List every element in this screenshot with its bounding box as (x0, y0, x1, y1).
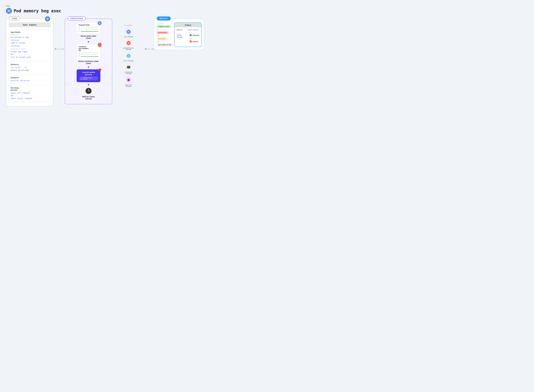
any-one-label: ANY ONE OF THESE (10, 48, 49, 50)
kill-chaos-row: Kill chaosprocess chaos kill command OR … (9, 85, 51, 102)
k8s-probe-icon (125, 28, 132, 36)
execution-badge: EXECUTION (68, 16, 86, 20)
prometheus-probe-label: PROMETHEUSPROBE (123, 47, 134, 50)
x-circle-icon (190, 40, 192, 43)
metrics-value: chaos metrics (187, 29, 198, 31)
probes-to-result-arrow (145, 48, 154, 50)
status-column: STATUS COMPLETED OR ERRORED OR QUEUED OR… (157, 23, 172, 47)
container-sandbox-title: Containerand sandboxIDs (79, 46, 98, 51)
probe-results-label: Probe Results (177, 34, 188, 38)
badge-completed: COMPLETED (157, 25, 171, 28)
c-checkbox-3 (79, 56, 80, 57)
probes-label: PROBES (112, 24, 145, 26)
or-text-2: OR (10, 95, 49, 97)
or-text-1: OR (10, 53, 49, 56)
step-launch-stress: Launch stressprocess 🔒 Privilege access … (67, 69, 110, 82)
app-details-row: App Details REQUIRED percentage of appre… (9, 30, 51, 60)
checkbox-3 (79, 31, 80, 32)
output-card: Output Metrics chaos metrics Probe Resul… (174, 23, 202, 47)
metrics-label: Metrics (177, 29, 186, 31)
output-header: Output (175, 23, 201, 27)
svg-point-36 (128, 32, 129, 32)
container-checkbox-2 (79, 54, 98, 55)
badge-incompleted: INCOMPLETED (157, 43, 173, 46)
step2-label: Derive containers underchaos (78, 60, 99, 65)
or-1: OR (157, 29, 172, 31)
probe-prometheus: PROMETHEUSPROBE (112, 39, 145, 50)
svg-point-34 (88, 91, 89, 91)
red-corner-badge (99, 69, 101, 71)
badge-errored: ERRORED (157, 31, 169, 34)
svg-point-11 (47, 19, 48, 19)
tune-helm-icon (45, 16, 50, 22)
app-details-item2: name of targetcontainer (10, 42, 49, 47)
svg-text:>_: >_ (127, 66, 129, 68)
mini-line-1 (81, 27, 98, 28)
container-sandbox-card: 🚀 Containerand sandboxIDs (77, 44, 100, 59)
sequence-label: Sequence (10, 77, 49, 79)
svg-point-47 (128, 43, 129, 43)
checkbox-1 (79, 27, 80, 28)
kill-chaos-label: Kill chaosprocess (10, 87, 49, 91)
list-target-pods: list of target pods (10, 56, 49, 59)
arrow-line-2 (146, 49, 154, 49)
probe-srm-slo: SRM SLOPROBE (112, 76, 145, 87)
svg-point-58 (190, 34, 192, 36)
http-probe-label: HTTP PROBE (124, 60, 134, 62)
failed-result: Failed (190, 40, 199, 43)
srm-probe-label: SRM SLOPROBE (125, 84, 132, 87)
targeted-pods-card: Targeted Pods (77, 23, 100, 34)
probe-k8s: K8S PROBE (112, 28, 145, 37)
launch-stress-title: Launch stressprocess (79, 71, 98, 76)
http-probe-icon (125, 52, 132, 60)
execution-section: EXECUTION (65, 19, 112, 104)
command-probe-label: COMMANDPROBE (125, 71, 133, 75)
checkbox-2 (79, 29, 80, 30)
container-checkbox-1 (79, 52, 98, 53)
fault-label: Fault (6, 5, 528, 7)
k8s-probe-label: K8S PROBE (124, 36, 133, 37)
step-targeted-pods: Targeted Pods Derive pods underchaos (67, 23, 110, 39)
card-checkbox-1 (79, 27, 98, 28)
metrics-row: Metrics chaos metrics (175, 27, 201, 33)
result-badge: RESULT (157, 16, 171, 20)
svg-point-1 (8, 10, 9, 11)
arrow-circle-1 (55, 48, 56, 50)
kill-chaos-item1: chaos kill command (10, 92, 49, 94)
card-checkbox-2 (79, 29, 98, 30)
result-content: STATUS COMPLETED OR ERRORED OR QUEUED OR… (157, 23, 202, 47)
privilege-badge: 🔒 Privilege access required (79, 76, 98, 80)
required-label: REQUIRED (10, 34, 49, 35)
app-details-label: App Details (10, 31, 49, 33)
lock-icon: 🔒 (80, 78, 82, 79)
c-checkbox-1 (79, 52, 80, 53)
mini-line-green (81, 31, 98, 32)
stressors-row: Stressors cpu cores , iomemory percentag… (9, 62, 51, 73)
tune-section: TUNE User Inputs App Details REQUIRED (6, 19, 53, 106)
clock-icon (85, 88, 92, 94)
step2-rocket-badge: 🚀 (98, 43, 102, 47)
step-wait-chaos: Wait for ChaosInterval (67, 87, 110, 100)
user-inputs-header: User Inputs (9, 23, 51, 27)
tune-to-execution-arrow (53, 48, 65, 50)
result-section: RESULT STATUS COMPLETED OR ERRORED OR QU… (154, 19, 204, 50)
command-probe-icon: >_ (125, 63, 132, 71)
page-header: Pod memory hog exec (6, 8, 528, 14)
helm-icon (6, 8, 12, 14)
arrow-line-1 (56, 49, 64, 49)
step-container-sandbox: 🚀 Containerand sandboxIDs De (67, 44, 110, 65)
badge-queued: QUEUED (157, 37, 167, 40)
probe-command: >_ COMMANDPROBE (112, 63, 145, 75)
c-mini-line-2 (81, 55, 98, 55)
status-label: STATUS (157, 23, 172, 24)
main-flow: TUNE User Inputs App Details REQUIRED (6, 19, 528, 106)
stressors-value: cpu cores , iomemory percentage (10, 66, 49, 72)
result-box: STATUS COMPLETED OR ERRORED OR QUEUED OR… (154, 19, 204, 50)
step1-helm-icon (98, 21, 102, 25)
down-arrow-2: ▼ (67, 66, 110, 69)
target-app-label: target app label (10, 50, 49, 53)
c-checkbox-2 (79, 54, 80, 55)
or-3: OR (157, 41, 172, 43)
step1-label: Derive pods underchaos (81, 35, 96, 39)
launch-stress-wrapper: Launch stressprocess 🔒 Privilege access … (77, 69, 100, 82)
